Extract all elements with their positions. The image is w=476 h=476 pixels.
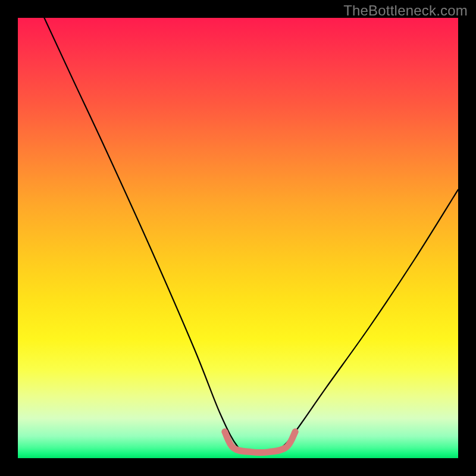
chart-frame: TheBottleneck.com [0,0,476,476]
curves-layer [18,18,458,458]
optimal-band-highlight [225,432,295,453]
bottleneck-curve [44,18,458,454]
plot-area [18,18,458,458]
watermark-text: TheBottleneck.com [343,2,468,19]
